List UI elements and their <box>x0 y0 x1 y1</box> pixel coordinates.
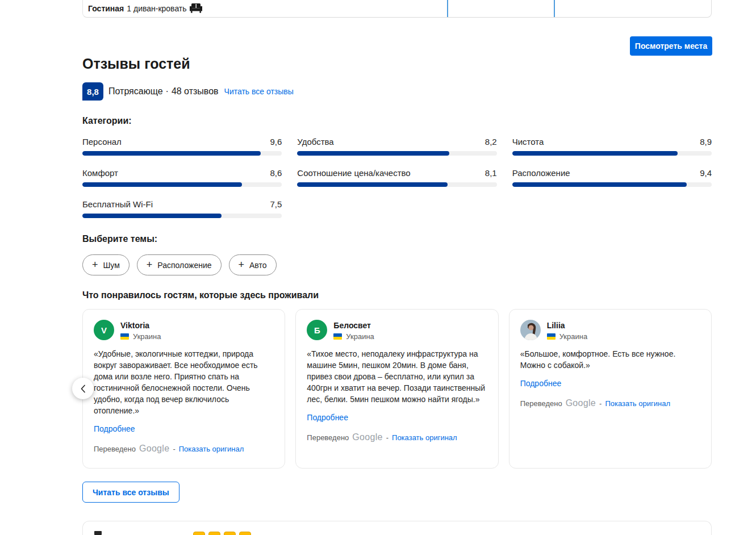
avatar: V <box>94 320 114 340</box>
category-label: Расположение <box>512 168 570 178</box>
category-score: 9,6 <box>270 137 282 147</box>
show-original-link[interactable]: Показать оригинал <box>392 433 457 442</box>
reviewer-country: Украина <box>346 332 374 341</box>
category-score: 8,6 <box>270 168 282 178</box>
category-label: Чистота <box>512 137 544 147</box>
sofa-bed-icon <box>190 3 202 13</box>
more-link[interactable]: Подробнее <box>94 424 135 433</box>
score-word: Потрясающе <box>108 86 163 97</box>
category-bar-track <box>82 182 282 187</box>
categories-title: Категории: <box>82 116 132 126</box>
avatar-photo <box>520 320 541 340</box>
category-item: Комфорт8,6 <box>82 168 282 187</box>
category-bar-track <box>82 151 282 156</box>
next-section-card <box>82 521 712 535</box>
star-icon <box>193 532 205 535</box>
category-score: 7,5 <box>270 199 282 209</box>
show-original-link[interactable]: Показать оригинал <box>179 445 244 453</box>
read-all-reviews-button[interactable]: Читать все отзывы <box>82 482 179 503</box>
category-bar-track <box>82 214 282 218</box>
table-cell-border <box>554 0 555 17</box>
category-score: 9,4 <box>700 168 712 178</box>
overall-score-row: 8,8 Потрясающе · 48 отзывов Читать все о… <box>82 82 294 101</box>
category-bar-fill <box>297 182 448 187</box>
ukraine-flag-icon <box>120 333 129 340</box>
see-places-button[interactable]: Посмотреть места <box>630 36 712 56</box>
liked-section-title: Что понравилось гостям, которые здесь пр… <box>82 290 319 300</box>
ukraine-flag-icon <box>333 333 342 340</box>
category-score: 8,9 <box>700 137 712 147</box>
category-score: 8,2 <box>485 137 497 147</box>
more-link[interactable]: Подробнее <box>520 379 562 388</box>
ukraine-flag-icon <box>547 333 555 340</box>
google-logo: Google <box>352 432 382 442</box>
category-label: Персонал <box>82 137 122 147</box>
category-bar-fill <box>82 182 242 187</box>
review-card: Б Белосвет Украина «Тихое место, неподал… <box>295 309 498 469</box>
category-item: Удобства8,2 <box>297 137 496 156</box>
read-all-reviews-link[interactable]: Читать все отзывы <box>224 87 294 96</box>
reviews-section-title: Отзывы гостей <box>82 56 190 72</box>
topic-chip-location[interactable]: + Расположение <box>137 254 222 275</box>
category-item: Соотношение цена/качество8,1 <box>297 168 496 187</box>
score-badge: 8,8 <box>82 82 103 101</box>
categories-grid: Персонал9,6 Удобства8,2 Чистота8,9 Комфо… <box>82 137 712 218</box>
category-label: Соотношение цена/качество <box>297 168 410 178</box>
score-separator: · <box>166 86 169 97</box>
translated-by-label: Переведено <box>307 433 349 442</box>
topics-title: Выберите темы: <box>82 234 157 244</box>
category-bar-fill <box>82 214 222 218</box>
category-item: Расположение9,4 <box>512 168 712 187</box>
plus-icon: + <box>92 260 98 270</box>
reviewer-name: Белосвет <box>333 320 374 330</box>
topic-chip-noise[interactable]: + Шум <box>82 254 130 275</box>
table-cell-border <box>447 0 448 17</box>
category-bar-track <box>512 151 712 156</box>
reviewer-country: Украина <box>559 332 588 341</box>
carousel-prev-button[interactable] <box>72 378 94 399</box>
category-bar-fill <box>512 182 687 187</box>
reviewer-name: Viktoria <box>120 320 161 330</box>
star-icon <box>208 532 220 535</box>
reviewer-country: Украина <box>133 332 161 341</box>
property-stars <box>193 532 251 535</box>
chip-label: Шум <box>103 261 120 270</box>
category-label: Бесплатный Wi-Fi <box>82 199 153 209</box>
room-table-row: Гостиная 1 диван-кровать <box>82 0 712 18</box>
reviews-count: 48 отзывов <box>172 86 219 97</box>
category-bar-track <box>512 182 712 187</box>
chip-label: Расположение <box>157 261 211 270</box>
topic-chip-auto[interactable]: + Авто <box>229 254 277 275</box>
translated-by-label: Переведено <box>520 399 562 408</box>
review-cards: V Viktoria Украина «Удобные, экологичные… <box>82 309 712 469</box>
category-item: Бесплатный Wi-Fi7,5 <box>82 199 282 218</box>
review-card: Liliia Украина «Большое, комфортное. Ест… <box>509 309 712 469</box>
category-item: Чистота8,9 <box>512 137 712 156</box>
review-card: V Viktoria Украина «Удобные, экологичные… <box>82 309 285 469</box>
category-score: 8,1 <box>485 168 497 178</box>
category-label: Удобства <box>297 137 333 147</box>
more-link[interactable]: Подробнее <box>307 413 348 422</box>
translated-by-label: Переведено <box>94 445 136 453</box>
star-icon <box>224 532 236 535</box>
topic-chips: + Шум + Расположение + Авто <box>82 254 277 275</box>
dash: - <box>386 433 389 442</box>
room-beds: 1 диван-кровать <box>127 4 186 13</box>
plus-icon: + <box>239 260 245 270</box>
google-logo: Google <box>566 398 596 408</box>
dash: - <box>599 399 602 408</box>
plus-icon: + <box>147 260 153 270</box>
category-bar-fill <box>82 151 261 156</box>
category-item: Персонал9,6 <box>82 137 282 156</box>
chip-label: Авто <box>249 261 267 270</box>
show-original-link[interactable]: Показать оригинал <box>605 399 670 408</box>
review-text: «Большое, комфортное. Есть все нужное. М… <box>520 348 700 371</box>
google-logo: Google <box>139 444 169 454</box>
booking-property-page: Гостиная 1 диван-кровать Посмотреть мест… <box>0 0 756 535</box>
cut-off-text <box>94 531 102 535</box>
avatar: Б <box>307 320 327 340</box>
review-text: «Удобные, экологичные коттеджи, природа … <box>94 348 274 416</box>
category-bar-fill <box>297 151 449 156</box>
reviewer-name: Liliia <box>547 320 588 330</box>
category-bar-fill <box>512 151 678 156</box>
